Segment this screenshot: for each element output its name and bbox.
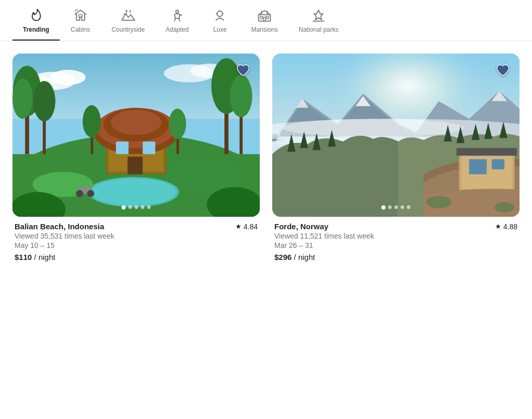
dot-n-3 bbox=[394, 205, 398, 209]
bali-price-value: $110 bbox=[15, 253, 32, 261]
svg-rect-35 bbox=[116, 141, 128, 154]
svg-rect-0 bbox=[78, 15, 82, 17]
svg-point-2 bbox=[217, 11, 223, 17]
svg-rect-69 bbox=[492, 159, 504, 169]
bali-location: Balian Beach, Indonesia bbox=[15, 222, 104, 231]
category-adapted[interactable]: Adapted bbox=[155, 0, 200, 41]
listing-norway[interactable]: Forde, Norway ★ 4.88 Viewed 11,521 times… bbox=[272, 54, 520, 261]
svg-rect-36 bbox=[143, 141, 155, 154]
svg-rect-67 bbox=[461, 154, 512, 195]
category-trending[interactable]: Trending bbox=[12, 0, 60, 41]
svg-point-39 bbox=[83, 105, 101, 137]
svg-point-17 bbox=[91, 178, 177, 205]
bali-star-icon: ★ bbox=[235, 222, 242, 230]
svg-point-28 bbox=[230, 75, 252, 117]
wishlist-bali-button[interactable] bbox=[234, 61, 252, 80]
listing-norway-image-wrap bbox=[272, 54, 520, 217]
svg-point-46 bbox=[87, 190, 95, 197]
svg-point-74 bbox=[494, 202, 514, 212]
norway-price: $296 / night bbox=[274, 253, 517, 261]
category-countryside[interactable]: Countryside bbox=[101, 0, 155, 41]
norway-rating-value: 4.88 bbox=[503, 222, 517, 231]
svg-point-24 bbox=[33, 81, 56, 122]
norway-star-icon: ★ bbox=[495, 222, 501, 230]
dot-3 bbox=[135, 205, 138, 209]
bali-rating: ★ 4.84 bbox=[235, 222, 258, 231]
svg-point-22 bbox=[12, 78, 33, 119]
dot-n-2 bbox=[388, 205, 392, 209]
category-luxe[interactable]: Luxe bbox=[199, 0, 241, 41]
bali-image-dots bbox=[122, 205, 151, 210]
norway-location: Forde, Norway bbox=[274, 222, 328, 231]
norway-subtitle: Viewed 11,521 times last week bbox=[274, 232, 517, 240]
dot-2 bbox=[128, 205, 132, 209]
national-parks-label: National parks bbox=[299, 26, 339, 33]
listing-bali[interactable]: Balian Beach, Indonesia ★ 4.84 Viewed 35… bbox=[12, 54, 260, 261]
category-national-parks[interactable]: National parks bbox=[288, 0, 349, 41]
svg-rect-5 bbox=[267, 17, 269, 19]
svg-point-19 bbox=[169, 159, 240, 189]
bali-dates: May 10 – 15 bbox=[15, 241, 258, 250]
dot-4 bbox=[141, 205, 144, 209]
svg-point-45 bbox=[76, 190, 83, 197]
svg-rect-68 bbox=[469, 159, 487, 174]
adapted-label: Adapted bbox=[166, 26, 189, 33]
trending-label: Trending bbox=[23, 26, 49, 33]
dot-5 bbox=[147, 205, 151, 209]
svg-rect-37 bbox=[127, 156, 142, 174]
svg-rect-70 bbox=[457, 148, 517, 156]
countryside-label: Countryside bbox=[112, 26, 145, 33]
norway-info: Forde, Norway ★ 4.88 Viewed 11,521 times… bbox=[272, 217, 520, 261]
svg-rect-4 bbox=[260, 17, 262, 19]
bali-subtitle: Viewed 35,531 times last week bbox=[15, 232, 258, 240]
bali-title-row: Balian Beach, Indonesia ★ 4.84 bbox=[15, 222, 258, 231]
luxe-label: Luxe bbox=[213, 26, 227, 33]
svg-point-41 bbox=[169, 109, 186, 139]
norway-rating: ★ 4.88 bbox=[495, 222, 517, 231]
svg-rect-6 bbox=[263, 17, 265, 21]
bali-price-unit: / night bbox=[34, 253, 56, 261]
wishlist-norway-button[interactable] bbox=[494, 61, 512, 80]
dot-n-5 bbox=[407, 205, 410, 209]
svg-point-56 bbox=[282, 119, 464, 137]
category-nav: Trending Cabins Countryside Adapted bbox=[0, 0, 532, 41]
svg-point-1 bbox=[176, 10, 178, 13]
norway-dates: Mar 26 – 31 bbox=[274, 241, 517, 250]
dot-n-1 bbox=[381, 205, 385, 210]
dot-n-4 bbox=[401, 205, 404, 209]
norway-image-dots bbox=[381, 205, 410, 210]
cabins-label: Cabins bbox=[71, 26, 90, 33]
mansions-label: Mansions bbox=[251, 26, 277, 33]
bali-info: Balian Beach, Indonesia ★ 4.84 Viewed 35… bbox=[12, 217, 260, 261]
norway-title-row: Forde, Norway ★ 4.88 bbox=[274, 222, 517, 231]
norway-price-value: $296 bbox=[274, 253, 291, 261]
svg-point-73 bbox=[426, 196, 451, 208]
category-mansions[interactable]: Mansions bbox=[241, 0, 288, 41]
category-cabins[interactable]: Cabins bbox=[60, 0, 101, 41]
bali-rating-value: 4.84 bbox=[244, 222, 258, 231]
norway-price-unit: / night bbox=[294, 253, 315, 261]
bali-price: $110 / night bbox=[15, 253, 258, 261]
svg-point-10 bbox=[50, 70, 86, 85]
svg-point-34 bbox=[111, 110, 161, 135]
listings-grid: Balian Beach, Indonesia ★ 4.84 Viewed 35… bbox=[0, 41, 532, 278]
listing-bali-image-wrap bbox=[12, 54, 260, 217]
dot-1 bbox=[122, 205, 126, 210]
